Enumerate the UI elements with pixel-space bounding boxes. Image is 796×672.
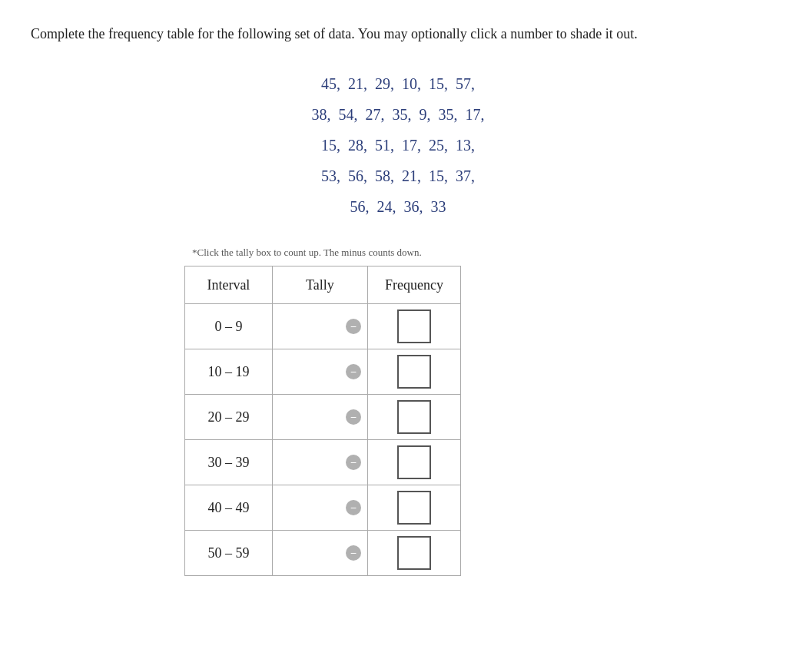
data-row-2: 38, 54, 27, 35, 9, 35, 17, — [31, 99, 765, 130]
frequency-cell-4[interactable] — [367, 485, 460, 531]
tally-minus-btn-0[interactable]: − — [346, 319, 361, 334]
tally-minus-btn-5[interactable]: − — [346, 545, 361, 561]
interval-cell-3: 30 – 39 — [185, 440, 273, 485]
frequency-input-2[interactable] — [397, 400, 431, 434]
data-row-3: 15, 28, 51, 17, 25, 13, — [31, 130, 765, 161]
frequency-cell-1[interactable] — [367, 349, 460, 395]
tally-cell-3[interactable]: − — [272, 440, 367, 485]
tally-cell-4[interactable]: − — [272, 485, 367, 531]
interval-cell-2: 20 – 29 — [185, 395, 273, 440]
table-row: 0 – 9− — [185, 304, 461, 349]
hint-text: *Click the tally box to count up. The mi… — [192, 245, 765, 261]
data-row-5: 56, 24, 36, 33 — [31, 191, 765, 222]
interval-cell-5: 50 – 59 — [185, 531, 273, 576]
frequency-input-1[interactable] — [397, 355, 431, 389]
frequency-cell-5[interactable] — [367, 531, 460, 576]
data-set: 45, 21, 29, 10, 15, 57, 38, 54, 27, 35, … — [31, 68, 765, 222]
frequency-table: Interval Tally Frequency 0 – 9−10 – 19−2… — [184, 266, 461, 577]
interval-cell-0: 0 – 9 — [185, 304, 273, 349]
tally-minus-btn-3[interactable]: − — [346, 455, 361, 470]
table-row: 50 – 59− — [185, 531, 461, 576]
frequency-cell-0[interactable] — [367, 304, 460, 349]
tally-minus-btn-4[interactable]: − — [346, 500, 361, 515]
col-header-tally: Tally — [272, 266, 367, 304]
table-row: 30 – 39− — [185, 440, 461, 485]
col-header-interval: Interval — [185, 266, 273, 304]
tally-cell-5[interactable]: − — [272, 531, 367, 576]
frequency-input-3[interactable] — [397, 445, 431, 479]
frequency-input-5[interactable] — [397, 536, 431, 570]
data-row-4: 53, 56, 58, 21, 15, 37, — [31, 161, 765, 191]
tally-cell-0[interactable]: − — [272, 304, 367, 349]
frequency-table-wrapper: Interval Tally Frequency 0 – 9−10 – 19−2… — [184, 266, 765, 577]
frequency-cell-3[interactable] — [367, 440, 460, 485]
table-row: 20 – 29− — [185, 395, 461, 440]
tally-cell-2[interactable]: − — [272, 395, 367, 440]
tally-minus-btn-2[interactable]: − — [346, 409, 361, 425]
instructions-text: Complete the frequency table for the fol… — [31, 23, 722, 45]
data-row-1: 45, 21, 29, 10, 15, 57, — [31, 68, 765, 99]
table-row: 10 – 19− — [185, 349, 461, 395]
frequency-cell-2[interactable] — [367, 395, 460, 440]
col-header-frequency: Frequency — [367, 266, 460, 304]
tally-cell-1[interactable]: − — [272, 349, 367, 395]
tally-minus-btn-1[interactable]: − — [346, 364, 361, 379]
table-row: 40 – 49− — [185, 485, 461, 531]
frequency-input-0[interactable] — [397, 310, 431, 343]
interval-cell-4: 40 – 49 — [185, 485, 273, 531]
table-header-row: Interval Tally Frequency — [185, 266, 461, 304]
interval-cell-1: 10 – 19 — [185, 349, 273, 395]
frequency-input-4[interactable] — [397, 491, 431, 525]
